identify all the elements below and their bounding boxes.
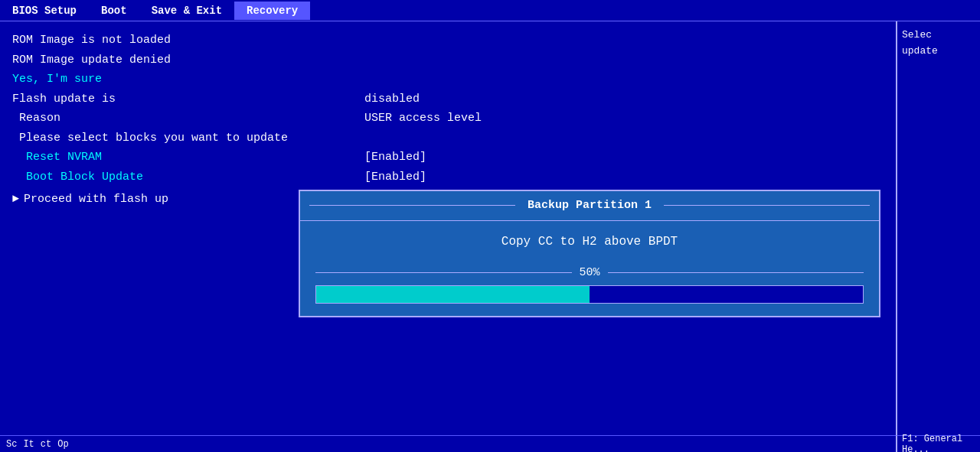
reset-nvram-line: Reset NVRAM [Enabled] (12, 148, 884, 167)
dialog-title-text: Backup Partition 1 (521, 196, 658, 216)
progress-dash-right (608, 272, 864, 273)
content-wrapper: ROM Image is not loaded ROM Image update… (0, 21, 980, 452)
flash-update-line: Flash update is disabled (12, 89, 884, 109)
progress-label: 50% (315, 263, 864, 283)
yes-im-sure[interactable]: Yes, I'm sure (12, 70, 884, 89)
boot-block-label[interactable]: Boot Block Update (12, 167, 364, 187)
boot-block-value: [Enabled] (364, 167, 426, 187)
sidebar-bottom-sc: Sc (6, 439, 17, 450)
nav-item-recovery[interactable]: Recovery (234, 2, 310, 20)
progress-dash-left (315, 272, 572, 273)
progress-bar-fill (316, 286, 590, 303)
reset-nvram-value: [Enabled] (364, 148, 426, 167)
reason-label: Reason (12, 109, 364, 128)
reason-line: Reason USER access level (12, 109, 884, 128)
nav-item-boot[interactable]: Boot (89, 2, 139, 20)
right-sidebar: Selec update (896, 21, 980, 452)
proceed-text[interactable]: Proceed with flash up (24, 190, 168, 210)
nav-items: BIOS Setup Boot Save & Exit Recovery (0, 2, 310, 20)
nav-item-bios[interactable]: BIOS Setup (0, 2, 89, 20)
boot-block-line: Boot Block Update [Enabled] (12, 167, 884, 187)
sidebar-bottom-ct: ct (41, 439, 51, 450)
progress-percent-text: 50% (575, 263, 605, 283)
sidebar-bottom-it: It (23, 439, 34, 450)
progress-bar-track (315, 285, 864, 304)
title-dash-left (309, 205, 515, 206)
main-content: ROM Image is not loaded ROM Image update… (0, 21, 896, 452)
dialog-title-bar: Backup Partition 1 (300, 191, 879, 221)
f1-help-bar: F1: General He... (896, 435, 980, 452)
flash-update-label: Flash update is (12, 89, 364, 109)
backup-partition-dialog: Backup Partition 1 Copy CC to H2 above B… (299, 190, 880, 317)
sidebar-bottom-op: Op (57, 439, 68, 450)
sidebar-line-selec: Selec (902, 28, 975, 44)
progress-container: 50% (315, 263, 864, 304)
top-navigation-bar: BIOS Setup Boot Save & Exit Recovery (0, 0, 980, 21)
status-bar: Sc It ct Op (0, 435, 896, 452)
arrow-icon: ► (12, 190, 19, 210)
flash-update-value: disabled (364, 89, 420, 109)
dialog-title-line: Backup Partition 1 (309, 196, 870, 216)
dialog-operation-text: Copy CC to H2 above BPDT (315, 232, 864, 252)
f1-help-text: F1: General He... (902, 434, 975, 453)
sidebar-line-update: update (902, 44, 975, 60)
dialog-body: Copy CC to H2 above BPDT 50% (300, 221, 879, 317)
reason-value: USER access level (364, 109, 482, 128)
nav-item-save-exit[interactable]: Save & Exit (139, 2, 234, 20)
reset-nvram-label[interactable]: Reset NVRAM (12, 148, 364, 167)
rom-image-not-loaded: ROM Image is not loaded (12, 31, 884, 50)
title-dash-right (664, 205, 870, 206)
rom-image-update-denied: ROM Image update denied (12, 50, 884, 70)
select-blocks-label: Please select blocks you want to update (12, 128, 884, 148)
